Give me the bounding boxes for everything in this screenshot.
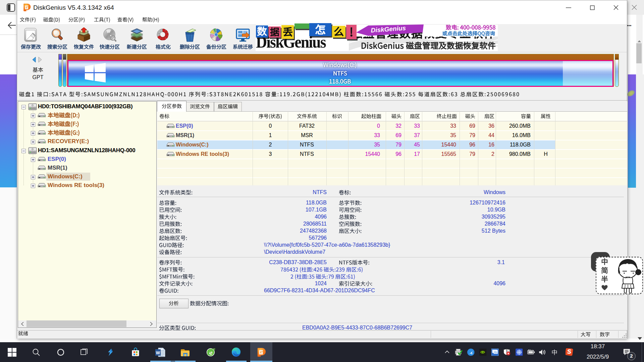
svg-text:W: W [156, 350, 160, 355]
